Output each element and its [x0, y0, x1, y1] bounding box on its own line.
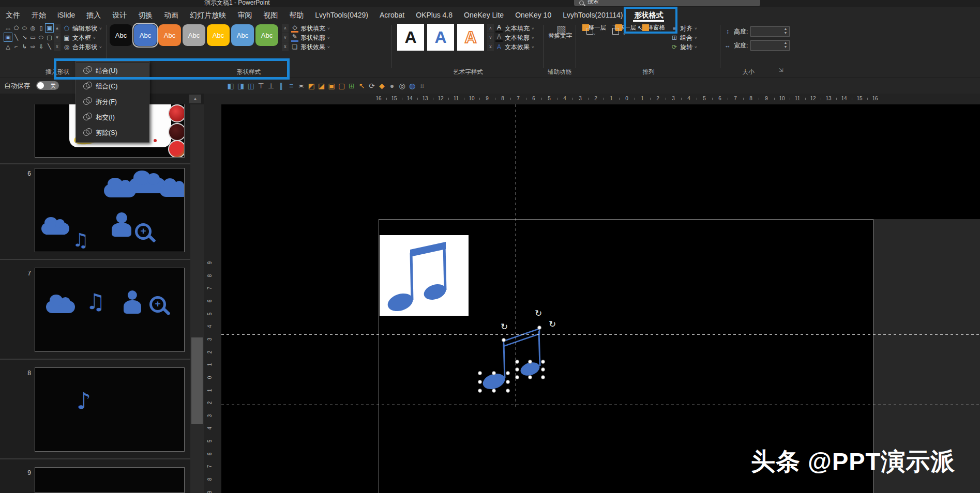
shape-styles-down-icon[interactable]: ∨ [282, 33, 289, 42]
tab-8[interactable]: 幻灯片放映 [184, 7, 232, 23]
shape-styles-up-icon[interactable]: ∧ [282, 24, 289, 33]
shape-gallery-more-icon[interactable]: ⊻ [54, 42, 61, 51]
slide-canvas[interactable]: ↻ ↻ ↻ [221, 104, 980, 493]
tab-1[interactable]: 文件 [0, 7, 26, 23]
thumbnail-scroll-up-icon[interactable]: ▲ [189, 95, 201, 103]
group-button[interactable]: ⊞组合˅ [671, 34, 697, 42]
distribute-horizontal-icon[interactable]: ∥ [277, 81, 286, 91]
shape-gallery-item[interactable]: ↘ [21, 33, 28, 41]
align-top-icon[interactable]: ⊤ [257, 81, 266, 91]
combine-shapes-icon[interactable]: ◍ [408, 81, 417, 91]
replace-text-button[interactable]: ▧ 替换文字 [546, 26, 574, 39]
wordart-style-chip[interactable]: A [397, 24, 424, 51]
music-note-picture[interactable] [380, 235, 469, 316]
tab-14[interactable]: OKPlus 4.8 [410, 7, 458, 23]
text-outline-button[interactable]: A文本轮廓˅ [495, 34, 534, 42]
tab-6[interactable]: 切换 [132, 7, 158, 23]
align-center-icon[interactable]: ◫ [246, 81, 255, 91]
shape-gallery-item[interactable]: ⬭ [37, 33, 45, 41]
thumbnail-scrollbar-thumb[interactable] [191, 337, 203, 424]
tab-3[interactable]: iSlide [52, 7, 81, 23]
height-spinner[interactable]: ▲▼ [782, 27, 789, 35]
merge-shapes-qat-icon[interactable]: ◎ [398, 81, 407, 91]
select-objects-icon[interactable]: ↖ [357, 81, 367, 91]
slide-thumbnail-7[interactable]: ♫ [35, 268, 185, 352]
gradient-fill-icon[interactable]: ◆ [378, 81, 387, 91]
text-box-button[interactable]: ▣文本框˅ [63, 34, 96, 42]
shape-gallery-item[interactable]: ▢ [46, 33, 53, 41]
distribute-vertical-icon[interactable]: ≡ [287, 81, 296, 91]
width-field[interactable]: ▲▼ [750, 40, 790, 51]
slide-thumbnail-6[interactable]: ♫ [35, 168, 185, 252]
tab-12[interactable]: LvyhTools(0429) [309, 7, 374, 23]
shape-outline-button[interactable]: ✎形状轮廓˅ [291, 34, 330, 42]
selected-music-note-shape[interactable]: ↻ ↻ ↻ [465, 305, 579, 403]
tab-2[interactable]: 开始 [26, 7, 52, 23]
slide-thumbnail-9[interactable] [35, 467, 185, 493]
shape-style-chip[interactable]: Abc [231, 24, 254, 46]
rotate-button[interactable]: ⟳旋转˅ [671, 43, 697, 51]
edit-shape-button[interactable]: ⬠编辑形状˅ [63, 24, 102, 33]
shape-gallery-item[interactable]: ↳ [21, 42, 28, 51]
shape-fill-button[interactable]: ◇形状填充˅ [291, 24, 330, 33]
shape-gallery-item[interactable]: ⇩ [37, 42, 45, 51]
tab-4[interactable]: 插入 [81, 7, 107, 23]
tab-13[interactable]: Acrobat [374, 7, 410, 23]
text-fill-button[interactable]: A文本填充˅ [495, 24, 534, 33]
rotate-objects-icon[interactable]: ⟳ [367, 81, 376, 91]
slide-thumbnail-8[interactable]: ♪ [35, 367, 185, 452]
tab-7[interactable]: 动画 [158, 7, 184, 23]
shape-gallery-item[interactable]: ╲ [46, 42, 53, 51]
shape-gallery-item[interactable]: △ [4, 42, 12, 51]
shape-gallery-item[interactable]: ╲ [12, 33, 20, 41]
width-spinner[interactable]: ▲▼ [782, 41, 789, 49]
shape-gallery-item[interactable]: ▯ [37, 24, 45, 32]
align-right-icon[interactable]: ◨ [236, 81, 246, 91]
menu-item-拆分F[interactable]: 拆分(F) [76, 94, 149, 110]
align-middle-icon[interactable]: ≍ [297, 81, 306, 91]
group-objects-icon[interactable]: ⊞ [347, 81, 356, 91]
shape-gallery-item[interactable]: ▣ [4, 33, 12, 41]
vertical-guide[interactable] [516, 104, 516, 409]
shape-gallery-item[interactable]: ⬠ [12, 24, 20, 32]
menu-item-剪除S[interactable]: 剪除(S) [76, 125, 149, 141]
shape-gallery-down-icon[interactable]: ▼ [54, 33, 61, 42]
tab-9[interactable]: 审阅 [232, 7, 258, 23]
shape-styles-more-icon[interactable]: ⊻ [282, 42, 289, 51]
shape-style-chip[interactable]: Abc [158, 24, 181, 46]
wordart-style-chip[interactable]: A [427, 24, 454, 51]
text-effects-button[interactable]: A文本效果˅ [495, 43, 534, 51]
tab-15[interactable]: OneKey Lite [458, 7, 509, 23]
rotation-handle-icon[interactable]: ↻ ↻ ↻ [501, 308, 556, 332]
shape-effects-button[interactable]: ❏形状效果˅ [291, 43, 330, 51]
wordart-style-chip[interactable]: A [457, 24, 484, 51]
shape-gallery-item[interactable]: ⇨ [29, 42, 37, 51]
align-left-icon[interactable]: ◧ [226, 81, 235, 91]
shape-gallery-item[interactable]: ▣ [46, 24, 53, 32]
horizontal-guide[interactable] [221, 405, 980, 405]
tab-10[interactable]: 视图 [258, 7, 283, 23]
shape-gallery[interactable]: ⌓⬠⬭◎▯▣▣╲↘▭⬭▢△⌐↳⇨⇩╲ [4, 24, 54, 51]
menu-item-相交I[interactable]: 相交(I) [76, 110, 149, 125]
shape-gallery-item[interactable]: ▭ [29, 33, 37, 41]
shape-style-chip[interactable]: Abc [134, 24, 157, 46]
tab-18[interactable]: 形状格式 [628, 7, 669, 23]
bring-to-front-icon[interactable]: ◩ [307, 81, 316, 91]
tab-5[interactable]: 设计 [107, 7, 132, 23]
shape-gallery-item[interactable]: ⌓ [4, 24, 12, 32]
autosave-toggle[interactable]: 关 [36, 81, 59, 90]
tab-17[interactable]: LvyhTools(201114) [557, 7, 628, 23]
horizontal-guide[interactable] [221, 334, 980, 335]
bring-forward-button[interactable]: 上移一层 ˅ [580, 24, 608, 38]
shape-style-chip[interactable]: Abc [110, 24, 132, 46]
shape-gallery-item[interactable]: ⬭ [21, 24, 28, 32]
wordart-up-icon[interactable]: ∧ [487, 24, 494, 33]
shape-gallery-up-icon[interactable]: ▲ [54, 24, 61, 33]
size-dialog-launcher-icon[interactable]: ⇲ [779, 67, 783, 73]
wordart-down-icon[interactable]: ∨ [487, 33, 494, 42]
shape-style-chip[interactable]: Abc [207, 24, 230, 46]
shape-style-chip[interactable]: Abc [183, 24, 205, 46]
shape-style-chip[interactable]: Abc [255, 24, 278, 46]
wordart-more-icon[interactable]: ⊻ [487, 42, 494, 51]
send-to-back-icon[interactable]: ◪ [317, 81, 326, 91]
